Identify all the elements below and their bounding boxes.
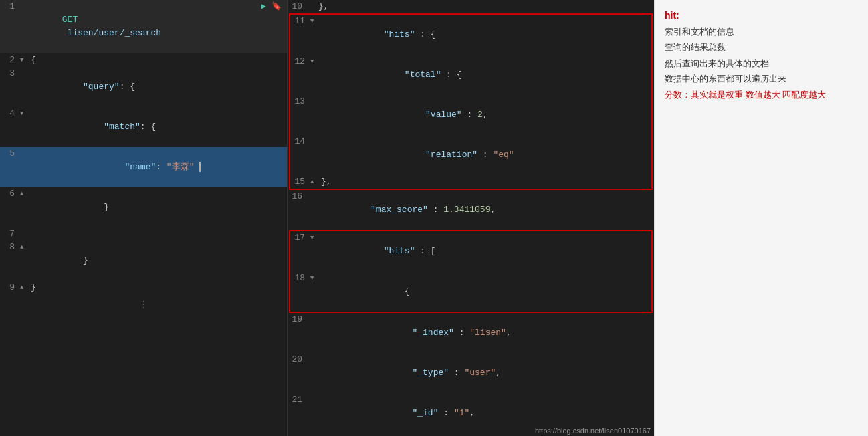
line-num-20: 20 — [288, 353, 308, 366]
annotation-title: hit: — [665, 10, 858, 21]
line-14: 14 "relation" : "eq" — [290, 135, 651, 175]
line-arrow-9[interactable]: ▲ — [20, 281, 28, 294]
line-7: 7 — [0, 227, 287, 241]
line-12: 12 ▼ "total" : { — [290, 55, 651, 95]
ann-line-4: 数据中心的东西都可以遍历出来 — [665, 71, 858, 86]
line-num-6: 6 — [0, 187, 20, 201]
bookmark-icon[interactable]: 🔖 — [272, 0, 282, 13]
line-arrow-22 — [308, 433, 316, 436]
line-arrow-3 — [20, 67, 28, 80]
line-content-14: "relation" : "eq" — [318, 135, 651, 175]
line-num-5: 5 — [0, 147, 20, 160]
line-content-10: }, — [316, 0, 654, 13]
line-5: 5 "name": "李森" — [0, 147, 287, 187]
line-17: 17 ▼ "hits" : [ — [290, 231, 651, 271]
line-content-13: "value" : 2, — [318, 95, 651, 135]
line-13: 13 "value" : 2, — [290, 95, 651, 135]
line-num-7: 7 — [0, 227, 20, 241]
line-18: 18 ▼ { — [290, 271, 651, 312]
ann-line-5: 分数：其实就是权重 数值越大 匹配度越大 — [665, 87, 858, 102]
line-arrow-1 — [20, 0, 28, 13]
line-content-20: "_type" : "user", — [316, 353, 654, 393]
line-num-10: 10 — [288, 0, 308, 13]
ann-line-1: 索引和文档的信息 — [665, 24, 858, 39]
line-num-14: 14 — [290, 135, 310, 148]
line-arrow-20 — [308, 353, 316, 366]
red-box-2: 17 ▼ "hits" : [ 18 ▼ { — [289, 230, 653, 313]
line-num-3: 3 — [0, 67, 20, 80]
play-icon[interactable]: ▶ — [261, 0, 266, 13]
line-1: 1 GET lisen/user/_search ▶ 🔖 — [0, 0, 287, 53]
line-9: 9 ▲ } — [0, 281, 287, 294]
line-arrow-4[interactable]: ▼ — [20, 107, 28, 120]
line-arrow-6[interactable]: ▲ — [20, 187, 28, 201]
line-arrow-12[interactable]: ▼ — [310, 55, 318, 68]
line-num-4: 4 — [0, 107, 20, 120]
left-panel: 1 GET lisen/user/_search ▶ 🔖 2 ▼ { 3 "qu… — [0, 0, 288, 436]
line-15: 15 ▲ }, — [290, 175, 651, 189]
line-arrow-8[interactable]: ▲ — [20, 241, 28, 254]
line-content-19: "_index" : "lisen", — [316, 313, 654, 353]
line-content-11: "hits" : { — [318, 15, 651, 55]
line-num-11: 11 — [290, 15, 310, 28]
line-content-16: "max_score" : 1.3411059, — [316, 190, 654, 230]
line-content-17: "hits" : [ — [318, 231, 651, 271]
line-2: 2 ▼ { — [0, 53, 287, 67]
line-4: 4 ▼ "match": { — [0, 107, 287, 147]
line-num-15: 15 — [290, 175, 310, 189]
line-arrow-21 — [308, 393, 316, 407]
line-num-22: 22 — [288, 433, 308, 436]
method-keyword: GET — [62, 15, 78, 25]
line-arrow-13 — [310, 95, 318, 108]
line-content-2: { — [28, 53, 287, 67]
middle-panel: 10 }, 11 ▼ "hits" : { 12 ▼ — [288, 0, 654, 436]
line-num-13: 13 — [290, 95, 310, 108]
line-20: 20 "_type" : "user", — [288, 353, 654, 393]
line-content-6: } — [28, 187, 287, 227]
ann-line-3: 然后查询出来的具体的文档 — [665, 56, 858, 71]
watermark: https://blog.csdn.net/lisen01070167 — [535, 427, 651, 435]
line-arrow-2[interactable]: ▼ — [20, 53, 28, 67]
line-content-9: } — [28, 281, 287, 294]
line-10: 10 }, — [288, 0, 654, 13]
line-arrow-5 — [20, 147, 28, 160]
line-num-2: 2 — [0, 53, 20, 67]
path-text: lisen/user/_search — [62, 28, 161, 38]
line-arrow-15[interactable]: ▲ — [310, 175, 318, 189]
line-3: 3 "query": { — [0, 67, 287, 107]
line-content-15: }, — [318, 175, 651, 189]
line-num-9: 9 — [0, 281, 20, 294]
line-num-17: 17 — [290, 231, 310, 245]
line-16: 16 "max_score" : 1.3411059, — [288, 190, 654, 230]
line-num-19: 19 — [288, 313, 308, 326]
line-content-4: "match": { — [28, 107, 287, 147]
line-num-8: 8 — [0, 241, 20, 254]
annotation-body: 索引和文档的信息 查询的结果总数 然后查询出来的具体的文档 数据中心的东西都可以… — [665, 24, 858, 102]
line-arrow-16 — [308, 190, 316, 203]
red-box-1: 11 ▼ "hits" : { 12 ▼ "total" : { 1 — [289, 13, 653, 190]
line-arrow-10 — [308, 0, 316, 13]
line-content-12: "total" : { — [318, 55, 651, 95]
line-arrow-17[interactable]: ▼ — [310, 231, 318, 245]
line-num-18: 18 — [290, 271, 310, 285]
line-8: 8 ▲ } — [0, 241, 287, 281]
line-content-18: { — [318, 271, 651, 312]
line-num-16: 16 — [288, 190, 308, 203]
line-arrow-11[interactable]: ▼ — [310, 15, 318, 28]
line-arrow-7 — [20, 227, 28, 241]
dots-separator: ⋮ — [139, 299, 148, 310]
line-19: 19 "_index" : "lisen", — [288, 313, 654, 353]
right-panel: 10 }, 11 ▼ "hits" : { 12 ▼ — [288, 0, 868, 436]
line-content-1: GET lisen/user/_search — [28, 0, 261, 53]
line-num-12: 12 — [290, 55, 310, 68]
annotation-panel: hit: 索引和文档的信息 查询的结果总数 然后查询出来的具体的文档 数据中心的… — [654, 0, 868, 436]
line-num-1: 1 — [0, 0, 20, 13]
line-num-21: 21 — [288, 393, 308, 407]
line-arrow-18[interactable]: ▼ — [310, 271, 318, 285]
ann-line-2: 查询的结果总数 — [665, 39, 858, 55]
line-11: 11 ▼ "hits" : { — [290, 15, 651, 55]
line-content-3: "query": { — [28, 67, 287, 107]
line-content-8: } — [28, 241, 287, 281]
line-arrow-14 — [310, 135, 318, 148]
line-arrow-19 — [308, 313, 316, 326]
